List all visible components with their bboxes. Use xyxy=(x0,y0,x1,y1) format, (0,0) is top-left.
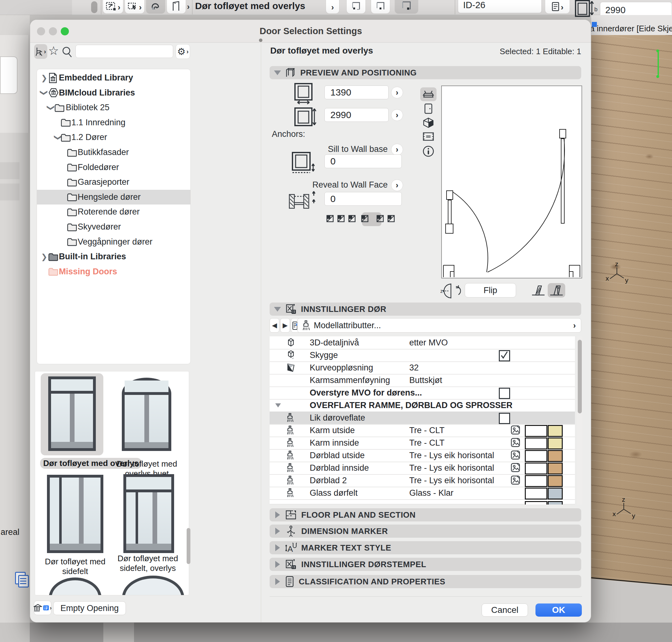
table-row[interactable]: Dørblad 2Tre - Lys eik horisontal xyxy=(270,474,575,487)
door-thumbnail-image[interactable] xyxy=(122,378,171,451)
object-type-button[interactable]: › xyxy=(34,44,47,59)
favorites-star-icon[interactable]: ☆ xyxy=(48,45,59,57)
parameter-value[interactable]: Tre - Lys eik horisontal xyxy=(409,476,494,485)
library-search-input[interactable] xyxy=(76,45,173,58)
settings-gear-button[interactable]: ⚙ › xyxy=(176,44,190,59)
anchor-glyph-6[interactable] xyxy=(387,215,395,224)
table-row[interactable]: OVERFLATER RAMME, DØRBLAD OG SPROSSER xyxy=(270,399,575,412)
chevron-right-icon[interactable]: ❯ xyxy=(41,253,47,260)
tree-item-missing-doors[interactable]: Missing Doors xyxy=(37,264,190,279)
door-thumbnail-image[interactable] xyxy=(124,474,174,553)
sill-value-field[interactable]: 0 xyxy=(324,154,402,168)
table-scrollbar-thumb[interactable] xyxy=(578,340,582,413)
texture-icon[interactable] xyxy=(511,425,520,435)
section-innstillinger-d-rstempel[interactable]: INNSTILLINGER DØRSTEMPEL xyxy=(270,558,581,571)
texture-icon[interactable] xyxy=(511,438,520,447)
surface-swatch-frame[interactable] xyxy=(525,463,547,474)
surface-swatch-frame[interactable] xyxy=(525,475,547,487)
anchor-glyph-1[interactable] xyxy=(326,215,334,224)
reveal-anchor-button[interactable]: › xyxy=(391,179,403,191)
parameter-value[interactable]: Tre - Lys eik horisontal xyxy=(409,451,494,460)
tree-item-1-1-innredning[interactable]: 1.1 Innredning xyxy=(37,115,190,130)
modellattributter-button[interactable]: Modellattributter... › xyxy=(297,318,581,333)
parameter-value[interactable]: Tre - Lys eik horisontal xyxy=(409,463,494,473)
previous-page-button[interactable]: ◀ xyxy=(270,318,279,333)
flip-button[interactable]: Flip xyxy=(465,283,516,297)
thumbnail-scrollbar[interactable] xyxy=(186,528,190,564)
preview-elevation-button[interactable] xyxy=(422,103,435,114)
swing-out-button[interactable] xyxy=(530,283,547,297)
table-row[interactable]: Skygge xyxy=(270,349,575,362)
surface-swatch-frame[interactable] xyxy=(525,437,547,449)
thumbnail-caption[interactable]: Dør tofløyet med sidefelt, overlys xyxy=(110,554,185,573)
door-type-chevron-button[interactable]: › xyxy=(326,0,339,14)
chevron-right-icon[interactable]: ❯ xyxy=(41,74,47,82)
parameter-value[interactable]: 32 xyxy=(409,363,419,373)
tree-item-hengslede-d-rer[interactable]: Hengslede dører xyxy=(37,190,190,205)
door-thumbnail-image[interactable] xyxy=(122,576,184,595)
anchor-option-button-3[interactable] xyxy=(395,0,418,14)
search-icon[interactable] xyxy=(61,46,73,58)
parameter-value[interactable]: Tre - CLT xyxy=(409,426,445,435)
surface-swatch-frame[interactable] xyxy=(525,425,547,437)
surface-swatch-color[interactable] xyxy=(548,488,563,500)
next-page-button[interactable]: ▶ xyxy=(280,318,290,333)
panel-splitter[interactable] xyxy=(261,43,261,622)
table-row[interactable]: Karm utsideTre - CLT xyxy=(270,424,575,437)
surface-swatch-color[interactable] xyxy=(548,463,563,474)
anchor-glyph-3[interactable] xyxy=(348,215,356,224)
chevron-down-icon[interactable]: ❯ xyxy=(47,105,55,111)
element-id-field[interactable]: ID-26 xyxy=(458,0,542,13)
table-row-partial[interactable] xyxy=(270,499,575,504)
parameter-checkbox[interactable] xyxy=(499,413,510,424)
chevron-down-icon[interactable]: ❯ xyxy=(40,90,48,96)
preview-plan-view-button[interactable] xyxy=(420,87,437,101)
parameter-value[interactable]: etter MVO xyxy=(409,338,448,348)
door-width-field[interactable]: 1390 xyxy=(324,86,389,99)
section-floor-plan-and-section[interactable]: FLOOR PLAN AND SECTION xyxy=(270,508,581,522)
surface-swatch-color[interactable] xyxy=(548,450,563,462)
table-row[interactable]: Dørblad utsideTre - Lys eik horisontal xyxy=(270,449,575,462)
section-dimension-marker[interactable]: DIMENSION MARKER xyxy=(270,525,581,538)
tree-item-roterende-d-rer[interactable]: Roterende dører xyxy=(37,205,190,219)
mirror-icon[interactable]: z xyxy=(440,282,462,300)
door-thumbnail-image[interactable] xyxy=(48,376,96,451)
tree-item-garasjeporter[interactable]: Garasjeporter xyxy=(37,175,190,190)
table-row[interactable]: Kurveoppløsning32 xyxy=(270,361,575,374)
magnet-tool-button[interactable] xyxy=(146,0,165,14)
parameter-checkbox[interactable] xyxy=(499,388,510,399)
table-row[interactable]: Lik døroveflate xyxy=(270,411,575,425)
marquee-tool-button[interactable]: › xyxy=(103,0,124,14)
thumbnail-caption[interactable]: Dør tofløyet med sidefelt xyxy=(38,557,113,576)
section-preview-positioning[interactable]: PREVIEW AND POSITIONING xyxy=(270,66,581,79)
parameter-value[interactable]: Buttskjøt xyxy=(409,375,442,385)
table-row[interactable]: Glass dørfeltGlass - Klar xyxy=(270,487,575,500)
table-row[interactable]: KarmsammenføyningButtskjøt xyxy=(270,374,575,387)
preview-info-button[interactable] xyxy=(422,145,435,157)
height-options-button[interactable]: › xyxy=(391,109,403,121)
table-row[interactable]: Karm innsideTre - CLT xyxy=(270,437,575,450)
tree-item-bimcloud-libraries[interactable]: ❯BIMcloud Libraries xyxy=(37,86,190,100)
id-list-button[interactable]: › xyxy=(545,0,570,14)
tree-item-vegg-pninger-d-rer[interactable]: Veggåpninger dører xyxy=(37,234,190,249)
tree-item-butikkfasader[interactable]: Butikkfasader xyxy=(37,145,190,160)
anchor-glyph-2[interactable] xyxy=(337,215,345,224)
parameter-value[interactable]: Glass - Klar xyxy=(409,488,453,498)
tree-item-built-in-libraries[interactable]: ❯Built-in Libraries xyxy=(37,249,190,264)
door-thumbnail-image[interactable] xyxy=(49,577,102,595)
door-thumbnail-image[interactable] xyxy=(47,475,103,553)
cancel-button[interactable]: Cancel xyxy=(482,603,528,617)
surface-swatch-color[interactable] xyxy=(548,475,563,487)
empty-opening-button[interactable]: Empty Opening xyxy=(53,601,126,615)
splitter-handle[interactable] xyxy=(259,39,262,42)
door-height-field[interactable]: 2990 xyxy=(324,108,389,122)
library-source-button[interactable]: › xyxy=(34,601,51,615)
anchor-glyph-4[interactable] xyxy=(361,215,369,224)
anchor-option-button-2[interactable] xyxy=(371,0,390,14)
tree-item-folded-rer[interactable]: Foldedører xyxy=(37,160,190,175)
texture-icon[interactable] xyxy=(511,450,520,460)
door-preview-canvas[interactable] xyxy=(441,86,582,279)
surface-swatch-color[interactable] xyxy=(548,425,563,437)
parameter-checkbox[interactable] xyxy=(499,350,510,361)
anchor-glyph-5[interactable] xyxy=(376,215,384,224)
